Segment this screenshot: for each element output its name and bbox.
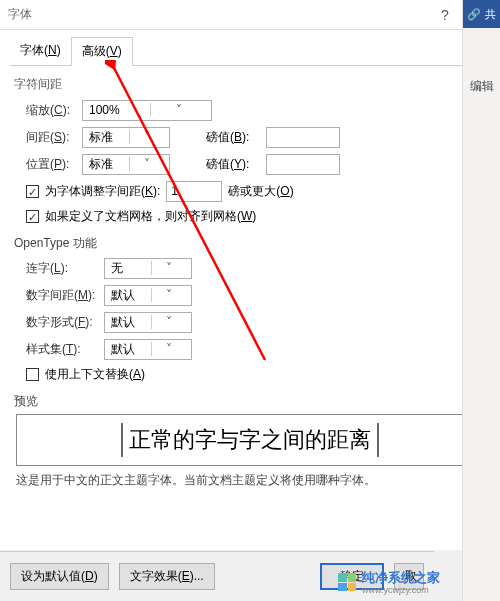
dialog-titlebar: 字体 ? × bbox=[0, 0, 500, 30]
dialog-title: 字体 bbox=[8, 6, 32, 23]
edit-group-label: 编辑 bbox=[463, 78, 500, 95]
chevron-down-icon: ˅ bbox=[129, 130, 166, 144]
watermark-icon bbox=[338, 573, 356, 591]
stylistic-label: 样式集(T): bbox=[26, 341, 104, 358]
position-label: 位置(P): bbox=[26, 156, 82, 173]
position-by-label: 磅值(Y): bbox=[206, 156, 266, 173]
kerning-label: 为字体调整字间距(K): bbox=[45, 183, 160, 200]
tab-font[interactable]: 字体(N) bbox=[10, 37, 71, 66]
dialog-content: 字体(N) 高级(V) 字符间距 缩放(C): 100%˅ 间距(S): 标准˅… bbox=[0, 30, 500, 550]
scale-label: 缩放(C): bbox=[26, 102, 82, 119]
preview-section: 预览 bbox=[14, 393, 490, 410]
spacing-label: 间距(S): bbox=[26, 129, 82, 146]
spacing-combo[interactable]: 标准˅ bbox=[82, 127, 170, 148]
preview-box: 正常的字与字之间的距离 bbox=[16, 414, 484, 466]
chevron-down-icon: ˅ bbox=[151, 261, 188, 275]
position-combo[interactable]: 标准˅ bbox=[82, 154, 170, 175]
kerning-suffix: 磅或更大(O) bbox=[228, 183, 293, 200]
chevron-down-icon: ˅ bbox=[151, 288, 188, 302]
help-icon[interactable]: ? bbox=[436, 7, 454, 23]
preview-text: 正常的字与字之间的距离 bbox=[121, 423, 379, 457]
num-form-label: 数字形式(F): bbox=[26, 314, 104, 331]
stylistic-combo[interactable]: 默认˅ bbox=[104, 339, 192, 360]
tab-strip: 字体(N) 高级(V) bbox=[10, 36, 490, 66]
text-effects-button[interactable]: 文字效果(E)... bbox=[119, 563, 215, 590]
chevron-down-icon: ˅ bbox=[151, 342, 188, 356]
kerning-checkbox[interactable] bbox=[26, 185, 39, 198]
contextual-checkbox[interactable] bbox=[26, 368, 39, 381]
char-spacing-section: 字符间距 bbox=[14, 76, 490, 93]
contextual-label: 使用上下文替换(A) bbox=[45, 366, 145, 383]
spacing-by-input[interactable] bbox=[266, 127, 340, 148]
spacing-by-label: 磅值(B): bbox=[206, 129, 266, 146]
num-spacing-combo[interactable]: 默认˅ bbox=[104, 285, 192, 306]
ligature-combo[interactable]: 无˅ bbox=[104, 258, 192, 279]
set-default-button[interactable]: 设为默认值(D) bbox=[10, 563, 109, 590]
num-form-combo[interactable]: 默认˅ bbox=[104, 312, 192, 333]
snap-grid-checkbox[interactable] bbox=[26, 210, 39, 223]
kerning-value-input[interactable]: 1 bbox=[166, 181, 222, 202]
word-ribbon-right: 🔗 共 编辑 bbox=[462, 0, 500, 601]
position-by-input[interactable] bbox=[266, 154, 340, 175]
snap-grid-label: 如果定义了文档网格，则对齐到网格(W) bbox=[45, 208, 256, 225]
ligature-label: 连字(L): bbox=[26, 260, 104, 277]
tab-advanced[interactable]: 高级(V) bbox=[71, 37, 133, 66]
opentype-section: OpenType 功能 bbox=[14, 235, 490, 252]
watermark: 纯净系统之家 www.ycwjzy.com bbox=[338, 569, 440, 595]
chevron-down-icon: ˅ bbox=[129, 157, 166, 171]
num-spacing-label: 数字间距(M): bbox=[26, 287, 104, 304]
preview-desc: 这是用于中文的正文主题字体。当前文档主题定义将使用哪种字体。 bbox=[16, 472, 484, 489]
chevron-down-icon: ˅ bbox=[150, 103, 208, 117]
scale-combo[interactable]: 100%˅ bbox=[82, 100, 212, 121]
chevron-down-icon: ˅ bbox=[151, 315, 188, 329]
share-button[interactable]: 🔗 共 bbox=[463, 0, 500, 28]
